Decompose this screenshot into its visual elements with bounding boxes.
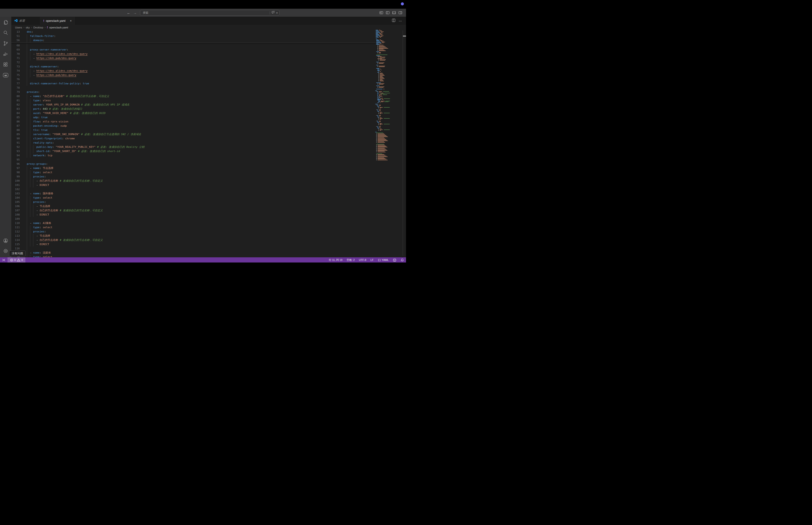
more-actions-icon[interactable]: ⋯ <box>399 19 402 23</box>
language-mode-status[interactable]: {} YAML <box>376 257 391 262</box>
editor-region: 欢迎 ! openclash.yaml × ⋯ Users › sky › De… <box>11 17 406 257</box>
code-lines: 6869 proxy-server-nameserver:70 - https:… <box>11 44 376 257</box>
eol-status[interactable]: LF <box>368 257 376 262</box>
sticky-scroll: 13dns:51 fallback-filter:56 domain: <box>11 30 376 43</box>
error-count: 0 <box>14 258 16 261</box>
problems-status-item[interactable]: 0 0 <box>7 257 25 262</box>
code-line: 90 client-fingerprint: chrome <box>11 137 376 141</box>
code-line: 108 - DIRECT <box>11 213 376 217</box>
settings-gear-icon[interactable] <box>3 248 9 254</box>
marscode-extension-icon[interactable] <box>3 72 9 78</box>
code-line: 86 flow: xtls-rprx-vision <box>11 120 376 124</box>
run-debug-icon[interactable] <box>3 51 9 57</box>
code-line: 114 - 自己的节点名称 # 改成你自己的节点名称，可自定义 <box>11 238 376 242</box>
toggle-secondary-sidebar-icon[interactable] <box>398 11 402 15</box>
code-line: 101 - DIRECT <box>11 183 376 187</box>
feedback-smiley-icon[interactable] <box>391 257 398 262</box>
overview-ruler[interactable] <box>403 30 403 256</box>
code-line: 102 <box>11 187 376 192</box>
code-line: 82 server: YOUR_VPS_IP_OR_DOMAIN # 必改: 改… <box>11 103 376 107</box>
code-line: 95 <box>11 158 376 162</box>
code-line: 110 - name: AI服务 <box>11 221 376 225</box>
title-bar: ← → 搜索 ▾ <box>0 9 406 17</box>
breadcrumb-item[interactable]: Desktop <box>33 26 43 29</box>
breadcrumb-item[interactable]: sky <box>26 26 30 29</box>
code-line: 97 - name: 节点选择 <box>11 166 376 170</box>
status-bar: 0 0 行 11, 列 19 空格: 2 UTF-8 LF {} YAML <box>0 257 406 262</box>
code-line: 78 <box>11 86 376 90</box>
copilot-chat-icon[interactable] <box>271 11 275 15</box>
tooltip-text: 没有问题 <box>12 252 23 255</box>
problems-tooltip: 没有问题 <box>9 251 26 256</box>
code-line: 104 type: select <box>11 196 376 200</box>
tab-label: 欢迎 <box>19 19 25 23</box>
code-line: 93 short-id: "YOUR_SHORT_ID" # 必改: 改成你自己… <box>11 149 376 153</box>
code-line: 109 <box>11 217 376 221</box>
code-line: 87 packet-encoding: xudp <box>11 124 376 128</box>
code-line: 75 - https://doh.pub/dns-query <box>11 73 376 77</box>
recording-indicator-dot <box>401 2 404 5</box>
code-editor[interactable]: 13dns:51 fallback-filter:56 domain: 6869… <box>11 30 406 257</box>
split-editor-icon[interactable] <box>392 18 395 23</box>
customize-layout-icon[interactable] <box>380 11 383 15</box>
code-line: 51 fallback-filter: <box>11 34 376 38</box>
code-line: 99 proxies: <box>11 175 376 179</box>
code-line: 96proxy-groups: <box>11 162 376 166</box>
tab-openclash-yaml[interactable]: ! openclash.yaml × <box>41 17 75 25</box>
code-line: 79proxies: <box>11 90 376 94</box>
code-line: 81 type: vless <box>11 99 376 103</box>
code-line: 103 - name: 国外服务 <box>11 192 376 196</box>
vscode-logo-icon <box>14 19 18 23</box>
code-line: 116 <box>11 246 376 251</box>
account-icon[interactable] <box>3 238 9 244</box>
code-line: 71 - https://doh.pub/dns-query <box>11 56 376 60</box>
code-line: 72 <box>11 60 376 65</box>
breadcrumb-item[interactable]: Users <box>15 26 22 29</box>
tab-close-icon[interactable]: × <box>70 19 72 22</box>
code-line: 84 uuid: "YOUR_UUID_HERE" # 必改: 改成你自己的 U… <box>11 111 376 115</box>
remote-indicator[interactable] <box>0 257 7 262</box>
navigate-forward-icon[interactable]: → <box>133 11 137 15</box>
minimap[interactable] <box>375 30 390 257</box>
code-line: 106 - 节点选择 <box>11 204 376 208</box>
code-line: 92 public-key: "YOUR_REALITY_PUBLIC_KEY"… <box>11 145 376 149</box>
code-line: 91 reality-opts: <box>11 141 376 145</box>
code-line: 69 proxy-server-nameserver: <box>11 48 376 52</box>
navigate-back-icon[interactable]: ← <box>127 11 131 15</box>
tab-bar: 欢迎 ! openclash.yaml × ⋯ <box>11 17 406 25</box>
explorer-icon[interactable] <box>3 19 9 25</box>
toggle-panel-icon[interactable] <box>392 11 396 15</box>
chevron-right-icon: › <box>45 26 45 29</box>
encoding-status[interactable]: UTF-8 <box>357 257 368 262</box>
code-line: 107 - 自己的节点名称 # 改成你自己的节点名称，可自定义 <box>11 208 376 213</box>
code-line: 80 - name: "自己的节点名称" # 改成你自己的节点名称，可自定义 <box>11 94 376 99</box>
code-line: 70 - https://dns.alidns.com/dns-query <box>11 52 376 56</box>
breadcrumb-file[interactable]: openclash.yaml <box>49 26 68 29</box>
code-line: 88 tls: true <box>11 128 376 132</box>
notifications-bell-icon[interactable] <box>398 257 406 262</box>
chevron-down-icon[interactable]: ▾ <box>276 12 277 14</box>
toggle-primary-sidebar-icon[interactable] <box>386 11 389 15</box>
indentation-status[interactable]: 空格: 2 <box>344 257 357 262</box>
tab-welcome[interactable]: 欢迎 <box>11 17 41 25</box>
source-control-icon[interactable] <box>3 41 9 46</box>
code-line: 113 - 节点选择 <box>11 234 376 238</box>
code-line: 94 network: tcp <box>11 153 376 158</box>
code-line: 73 direct-nameserver: <box>11 65 376 69</box>
code-line: 111 type: select <box>11 225 376 229</box>
code-line: 100 - 自己的节点名称 # 改成你自己的节点名称，可自定义 <box>11 179 376 183</box>
extensions-icon[interactable] <box>3 62 9 68</box>
search-icon[interactable] <box>3 30 9 36</box>
braces-icon: {} <box>378 258 381 261</box>
code-line: 83 port: 443 # 必改: 改成你自己的端口 <box>11 107 376 111</box>
code-line: 115 - DIRECT <box>11 242 376 246</box>
code-line: 118 type: select <box>11 255 376 257</box>
warning-icon <box>17 258 20 261</box>
command-center-search[interactable]: 搜索 ▾ <box>140 10 280 16</box>
search-placeholder: 搜索 <box>143 11 270 15</box>
code-line: 77 direct-nameserver-follow-policy: true <box>11 81 376 86</box>
cursor-position-status[interactable]: 行 11, 列 19 <box>326 257 344 262</box>
breadcrumb: Users › sky › Desktop › ! openclash.yaml <box>11 25 406 30</box>
code-line: 68 <box>11 44 376 48</box>
code-line: 85 udp: true <box>11 115 376 120</box>
